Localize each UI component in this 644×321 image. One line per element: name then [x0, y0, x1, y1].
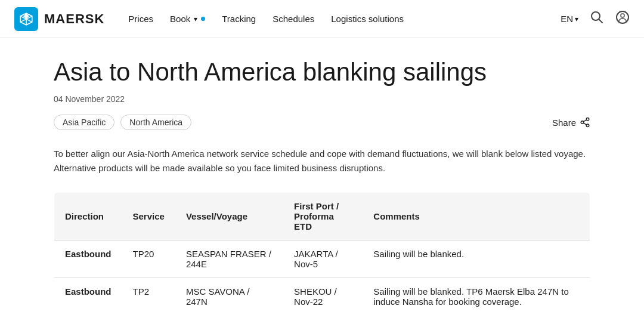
tag-asia-pacific[interactable]: Asia Pacific	[54, 115, 114, 130]
logo-area: MAERSK	[14, 7, 104, 31]
language-selector[interactable]: EN ▾	[561, 14, 578, 24]
table-body: Eastbound TP20 SEASPAN FRASER / 244E JAK…	[54, 240, 590, 316]
nav-logistics[interactable]: Logistics solutions	[331, 14, 404, 24]
col-service: Service	[122, 193, 175, 240]
nav-book[interactable]: Book ▾	[170, 14, 205, 24]
col-first-port: First Port /Proforma ETD	[283, 193, 363, 240]
tags-share-row: Asia Pacific North America Share	[54, 115, 590, 130]
table-row: Eastbound TP2 MSC SAVONA / 247N SHEKOU /…	[54, 278, 590, 316]
row1-service: TP20	[122, 240, 175, 278]
row1-port-etd: JAKARTA / Nov-5	[283, 240, 363, 278]
svg-point-11	[586, 124, 589, 127]
row1-vessel: SEASPAN FRASER / 244E	[175, 240, 283, 278]
row2-comments: Sailing will be blanked. TP6 Maersk Elba…	[363, 278, 590, 316]
navbar: MAERSK Prices Book ▾ Tracking Schedules …	[0, 0, 644, 38]
col-vessel-voyage: Vessel/Voyage	[175, 193, 283, 240]
share-button[interactable]: Share	[552, 117, 590, 128]
search-button[interactable]	[590, 11, 603, 27]
sailings-table: Direction Service Vessel/Voyage First Po…	[54, 192, 590, 316]
svg-point-9	[586, 118, 589, 121]
publication-date: 04 November 2022	[54, 94, 590, 104]
col-direction: Direction	[54, 193, 122, 240]
main-content: Asia to North America blanking sailings …	[0, 38, 644, 321]
tags-container: Asia Pacific North America	[54, 115, 191, 130]
book-chevron-icon: ▾	[194, 15, 197, 23]
svg-point-10	[581, 121, 584, 124]
row2-port-etd: SHEKOU / Nov-22	[283, 278, 363, 316]
tag-north-america[interactable]: North America	[120, 115, 191, 130]
row1-comments: Sailing will be blanked.	[363, 240, 590, 278]
user-button[interactable]	[615, 10, 630, 27]
row1-direction: Eastbound	[54, 240, 122, 278]
row2-direction: Eastbound	[54, 278, 122, 316]
share-icon	[580, 117, 590, 128]
svg-line-13	[583, 120, 586, 122]
table-header: Direction Service Vessel/Voyage First Po…	[54, 193, 590, 240]
nav-right: EN ▾	[561, 10, 630, 27]
nav-links: Prices Book ▾ Tracking Schedules Logisti…	[128, 14, 541, 24]
nav-prices[interactable]: Prices	[128, 14, 153, 24]
row2-vessel: MSC SAVONA / 247N	[175, 278, 283, 316]
logo-text: MAERSK	[44, 11, 104, 27]
nav-schedules[interactable]: Schedules	[273, 14, 314, 24]
page-title: Asia to North America blanking sailings	[54, 57, 590, 87]
maersk-logo-icon[interactable]	[14, 7, 38, 31]
table-row: Eastbound TP20 SEASPAN FRASER / 244E JAK…	[54, 240, 590, 278]
article-description: To better align our Asia-North America n…	[54, 147, 590, 175]
book-dot-icon	[201, 17, 205, 21]
svg-point-8	[621, 14, 624, 17]
col-comments: Comments	[363, 193, 590, 240]
svg-line-12	[583, 124, 586, 125]
lang-chevron-icon: ▾	[575, 15, 578, 23]
nav-tracking[interactable]: Tracking	[222, 14, 256, 24]
row2-service: TP2	[122, 278, 175, 316]
svg-line-6	[599, 20, 603, 23]
